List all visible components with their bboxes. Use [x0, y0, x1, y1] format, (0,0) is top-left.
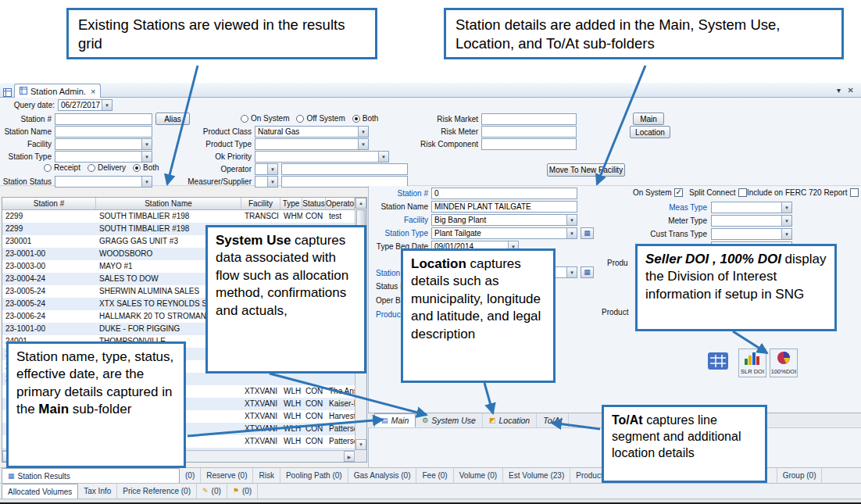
bottom-tab-0[interactable]: (0): [180, 468, 201, 483]
dropdown-arrow-icon[interactable]: ▼: [566, 267, 577, 277]
off-system-radio[interactable]: [296, 115, 304, 123]
scroll-down-icon[interactable]: ▼: [355, 439, 366, 450]
query-date-select[interactable]: 06/27/2017▼: [58, 99, 113, 111]
bottom-tab-group-0[interactable]: Group (0): [777, 468, 823, 483]
location-button[interactable]: Location: [630, 126, 670, 138]
product-class-select[interactable]: Natural Gas▼: [255, 126, 369, 138]
grid-cell: [326, 373, 355, 385]
query-station-type-select[interactable]: ▼: [55, 151, 152, 163]
bottom-tab-fee-0[interactable]: Fee (0): [416, 468, 453, 483]
ok-priority-select[interactable]: ▼: [255, 151, 389, 163]
operator-input[interactable]: [281, 163, 408, 175]
grid-column-header[interactable]: Station #: [2, 198, 96, 209]
on-system-label: On System: [633, 188, 671, 197]
tab-list-dropdown-icon[interactable]: ▾: [837, 86, 841, 95]
detail-station-name-input[interactable]: MINDEN PLANT TAILGATE: [431, 201, 577, 213]
operator-select[interactable]: ▼: [255, 163, 278, 175]
subtab-system-use[interactable]: ⚙System Use: [416, 413, 483, 427]
dropdown-arrow-icon[interactable]: ▼: [781, 202, 791, 213]
cust-trans-type-select[interactable]: ▼: [711, 228, 792, 240]
ferc-label: Include on FERC 720 Report: [747, 188, 847, 197]
bottom-tab-volume-0[interactable]: Volume (0): [454, 468, 503, 483]
system-both-radio[interactable]: [352, 115, 360, 123]
bottom-tab-0[interactable]: ⚑(0): [227, 484, 258, 499]
receipt-radio[interactable]: [44, 164, 52, 172]
on-system-checkbox[interactable]: [674, 188, 683, 197]
dropdown-arrow-icon[interactable]: ▼: [566, 228, 577, 238]
window-close-icon[interactable]: ✕: [848, 86, 854, 95]
measurer-supplier-select[interactable]: ▼: [255, 176, 278, 188]
bottom-tab-0[interactable]: ✎(0): [197, 484, 227, 499]
pct-doi-button[interactable]: 100%DOI: [770, 349, 798, 377]
split-connect-checkbox[interactable]: [738, 188, 747, 197]
bottom-tab-tax-info[interactable]: Tax Info: [78, 484, 117, 499]
main-button[interactable]: Main: [633, 113, 664, 125]
scroll-up-icon[interactable]: ▲: [355, 198, 366, 209]
dropdown-arrow-icon[interactable]: ▼: [267, 164, 277, 174]
move-to-new-facility-button[interactable]: Move To New Facility: [547, 163, 625, 177]
dropdown-arrow-icon[interactable]: ▼: [267, 177, 277, 187]
query-station-number-input[interactable]: [55, 113, 152, 125]
risk-market-input[interactable]: [481, 113, 577, 125]
dropdown-arrow-icon[interactable]: ▼: [141, 177, 152, 187]
station-type-lookup-button[interactable]: ▦: [581, 227, 594, 239]
product-type-label: Product Type: [197, 140, 252, 149]
bottom-tab-price-reference-0[interactable]: Price Reference (0): [117, 484, 197, 499]
tab-label: Risk: [259, 471, 273, 480]
dropdown-arrow-icon[interactable]: ▼: [781, 216, 791, 226]
risk-meter-input[interactable]: [481, 126, 577, 138]
subtab-main[interactable]: ▤Main: [374, 413, 416, 427]
subtab-location[interactable]: ◩Location: [483, 413, 537, 427]
dropdown-arrow-icon[interactable]: ▼: [141, 139, 152, 149]
meas-type-label: Meas Type: [648, 203, 707, 213]
grid-cell: CON: [302, 435, 326, 448]
bottom-tab-risk[interactable]: Risk: [253, 468, 280, 483]
meas-type-select[interactable]: ▼: [711, 202, 792, 213]
grid-column-header[interactable]: Operato: [326, 198, 355, 209]
bottom-tab-station-results[interactable]: ▦Station Results: [2, 468, 180, 483]
grid-column-header[interactable]: Facility: [241, 198, 280, 209]
dropdown-arrow-icon[interactable]: ▼: [358, 139, 368, 149]
slr-doi-button[interactable]: SLR DOI: [738, 349, 766, 377]
grid-row[interactable]: 2299SOUTH TIMBALIER #198TRANSCIWHMCONtes…: [2, 210, 355, 223]
detail-station-type-select[interactable]: Plant Tailgate▼: [431, 227, 577, 239]
grid-column-header[interactable]: Status: [302, 198, 326, 209]
tab-label: Main: [391, 416, 409, 425]
grid-cell: 2299: [2, 223, 96, 235]
query-facility-select[interactable]: ▼: [55, 138, 152, 150]
grid-column-header[interactable]: Type: [280, 198, 302, 209]
dropdown-arrow-icon[interactable]: ▼: [358, 127, 368, 137]
dropdown-arrow-icon[interactable]: ▼: [378, 152, 388, 162]
station-status-lookup-button[interactable]: ▦: [581, 266, 594, 278]
on-system-radio[interactable]: [241, 115, 248, 123]
grid-column-header[interactable]: Station Name: [96, 198, 241, 209]
detail-station-number-input[interactable]: 0: [431, 188, 577, 199]
risk-component-input[interactable]: [481, 138, 577, 150]
detail-facility-select[interactable]: Big Bang Plant▼: [431, 214, 577, 226]
bottom-tab-pooling-path-0[interactable]: Pooling Path (0): [280, 468, 348, 483]
query-station-name-input[interactable]: [55, 126, 152, 138]
bottom-tab-reserve-0[interactable]: Reserve (0): [201, 468, 253, 483]
bottom-tab-est-volume-23[interactable]: Est Volume (23): [503, 468, 570, 483]
tab-close-icon[interactable]: ×: [91, 87, 95, 96]
product-type-select[interactable]: ▼: [255, 138, 369, 150]
tab-station-admin[interactable]: Station Admin. ×: [14, 84, 101, 98]
allocation-grid-icon[interactable]: [707, 352, 729, 374]
dropdown-arrow-icon[interactable]: ▼: [566, 215, 577, 225]
dropdown-arrow-icon[interactable]: ▼: [141, 152, 152, 162]
scroll-right-icon[interactable]: ▶: [344, 451, 355, 462]
flow-both-radio[interactable]: [133, 164, 141, 172]
ferc-checkbox[interactable]: [850, 188, 859, 197]
dropdown-arrow-icon[interactable]: ▼: [781, 229, 791, 239]
grid-cell: CON: [302, 423, 326, 435]
alias-button[interactable]: Alias: [155, 113, 190, 125]
subtab-to-at[interactable]: To/At: [537, 413, 569, 427]
bottom-tab-gas-analysis-0[interactable]: Gas Analysis (0): [348, 468, 417, 483]
results-grid-header: Station #Station NameFacilityTypeStatusO…: [2, 198, 355, 210]
delivery-radio[interactable]: [88, 164, 95, 172]
query-station-status-select[interactable]: ▼: [55, 176, 152, 188]
dropdown-arrow-icon[interactable]: ▼: [102, 100, 112, 110]
meter-type-select[interactable]: ▼: [711, 215, 792, 227]
bottom-tab-allocated-volumes[interactable]: Allocated Volumes: [2, 484, 78, 499]
grid-cell: XTXVANI: [241, 423, 280, 435]
